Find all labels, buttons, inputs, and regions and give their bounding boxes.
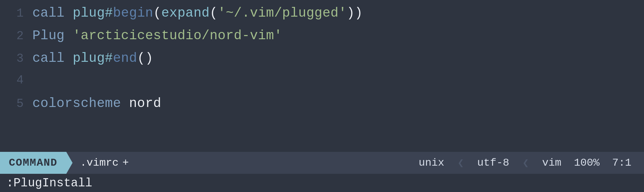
table-row: 1call plug#begin(expand('~/.vim/plugged'… — [0, 6, 644, 28]
token: end — [113, 51, 137, 66]
token: 'arcticicestudio/nord-vim' — [73, 28, 282, 43]
line-number: 3 — [6, 52, 24, 65]
arrow-sep-1: ❮ — [458, 156, 464, 169]
file-format: unix — [419, 157, 444, 169]
scroll-percent: 100% — [574, 157, 600, 169]
cmd-line[interactable]: :PlugInstall — [0, 174, 644, 192]
token: expand — [161, 6, 210, 21]
token: plug# — [73, 51, 113, 66]
line-content: call plug#end() — [32, 51, 153, 66]
filename-text: .vimrc — [80, 157, 119, 169]
status-bar: COMMAND .vimrc + unix ❮ utf-8 ❮ vim 100%… — [0, 152, 644, 174]
token: () — [137, 51, 153, 66]
file-encoding: utf-8 — [477, 157, 509, 169]
status-right: unix ❮ utf-8 ❮ vim 100% 7:1 — [419, 156, 644, 169]
cursor-position: 7:1 — [612, 157, 631, 169]
token: call — [32, 6, 73, 21]
modified-indicator: + — [122, 157, 129, 169]
cmd-text: :PlugInstall — [6, 176, 92, 190]
line-content: Plug 'arcticicestudio/nord-vim' — [32, 28, 282, 43]
line-number: 4 — [6, 73, 24, 87]
token: ( — [210, 6, 218, 21]
line-number: 2 — [6, 29, 24, 43]
arrow-sep-2: ❮ — [522, 156, 529, 169]
line-number: 5 — [6, 97, 24, 110]
line-content: colorscheme nord — [32, 96, 161, 111]
file-type: vim — [542, 157, 561, 169]
token: nord — [129, 96, 162, 111]
line-content: call plug#begin(expand('~/.vim/plugged')… — [32, 6, 363, 21]
table-row: 4 — [0, 73, 644, 96]
token: call — [32, 51, 73, 66]
token: colorscheme — [32, 96, 129, 111]
token: begin — [113, 6, 153, 21]
token: plug# — [73, 6, 113, 21]
table-row: 3call plug#end() — [0, 51, 644, 73]
code-area: 1call plug#begin(expand('~/.vim/plugged'… — [0, 0, 644, 152]
token: '~/.vim/plugged' — [218, 6, 347, 21]
token: )) — [347, 6, 363, 21]
mode-badge: COMMAND — [0, 152, 73, 174]
line-number: 1 — [6, 7, 24, 20]
table-row: 5colorscheme nord — [0, 96, 644, 119]
table-row: 2Plug 'arcticicestudio/nord-vim' — [0, 28, 644, 51]
token: ( — [153, 6, 161, 21]
token: Plug — [32, 28, 73, 43]
editor-container: 1call plug#begin(expand('~/.vim/plugged'… — [0, 0, 644, 192]
status-filename: .vimrc + — [73, 157, 134, 169]
